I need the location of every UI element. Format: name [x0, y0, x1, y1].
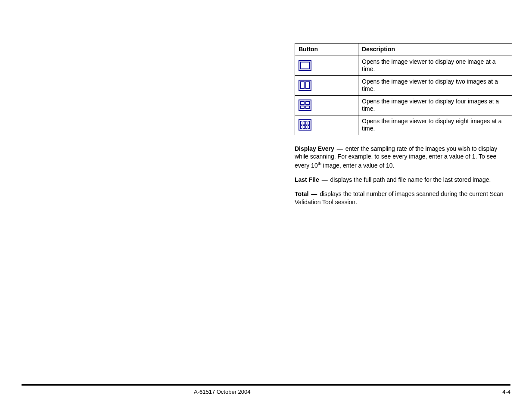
text: displays the full path and file name for…	[330, 176, 491, 183]
button-cell	[295, 75, 358, 95]
text: displays the total number of images scan…	[295, 190, 504, 206]
header-description: Description	[358, 44, 512, 56]
footer-doc-id: A-61517 October 2004	[194, 389, 251, 395]
table-header-row: Button Description	[295, 44, 512, 56]
footer-divider	[22, 384, 510, 386]
lead-display-every: Display Every	[295, 145, 334, 152]
separator: —	[310, 190, 318, 198]
table-row: Opens the image viewer to display two im…	[295, 75, 512, 95]
button-cell	[295, 56, 358, 75]
paragraph-total: Total — displays the total number of ima…	[295, 190, 512, 206]
description-cell: Opens the image viewer to display four i…	[358, 95, 512, 115]
lead-total: Total	[295, 190, 308, 197]
description-cell: Opens the image viewer to display one im…	[358, 56, 512, 75]
view-eight-icon	[299, 119, 311, 131]
table-row: Opens the image viewer to display four i…	[295, 95, 512, 115]
paragraph-last-file: Last File — displays the full path and f…	[295, 176, 512, 184]
header-button: Button	[295, 44, 358, 56]
paragraph-display-every: Display Every — enter the sampling rate …	[295, 145, 512, 170]
footer-page-number: 4-4	[502, 389, 510, 395]
table-row: Opens the image viewer to display one im…	[295, 56, 512, 75]
button-cell	[295, 115, 358, 135]
button-description-table: Button Description Opens the image viewe…	[295, 43, 512, 135]
description-cell: Opens the image viewer to display eight …	[358, 115, 512, 135]
view-two-icon	[299, 80, 311, 91]
description-cell: Opens the image viewer to display two im…	[358, 75, 512, 95]
separator: —	[336, 145, 344, 153]
button-cell	[295, 95, 358, 115]
table-row: Opens the image viewer to display eight …	[295, 115, 512, 135]
page: Button Description Opens the image viewe…	[0, 0, 532, 411]
lead-last-file: Last File	[295, 176, 319, 183]
text: image, enter a value of 10.	[321, 162, 395, 169]
superscript-th: th	[318, 161, 321, 166]
footer: A-61517 October 2004 4-4	[194, 389, 510, 395]
content-column: Button Description Opens the image viewe…	[295, 43, 512, 206]
separator: —	[321, 176, 329, 184]
view-one-icon	[299, 60, 311, 71]
view-four-icon	[299, 100, 311, 111]
